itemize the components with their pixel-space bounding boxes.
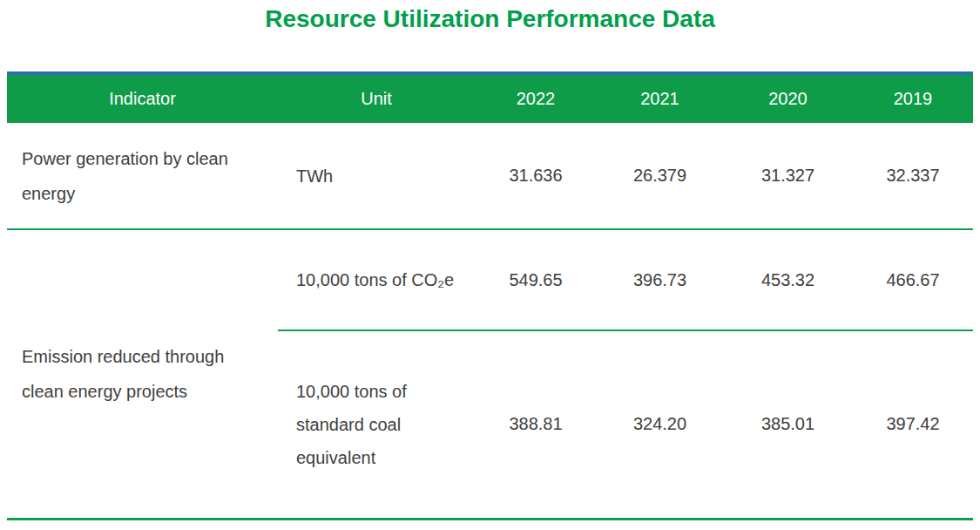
unit-cell: 10,000 tons of standard coal equivalent xyxy=(278,330,475,519)
value-cell-2022: 388.81 xyxy=(475,330,597,519)
column-header-2020: 2020 xyxy=(723,73,853,123)
value-cell-2019: 466.67 xyxy=(853,229,973,330)
unit-cell: 10,000 tons of CO₂e xyxy=(278,229,475,330)
table-row-power-generation: Power generation by clean energy TWh 31.… xyxy=(7,123,973,229)
value-cell-2021: 396.73 xyxy=(597,229,723,330)
column-header-2021: 2021 xyxy=(597,73,723,123)
column-header-2022: 2022 xyxy=(475,73,597,123)
value-cell-2022: 549.65 xyxy=(475,229,597,330)
value-cell-2020: 31.327 xyxy=(723,123,853,229)
column-header-unit: Unit xyxy=(278,73,475,123)
indicator-cell: Power generation by clean energy xyxy=(7,123,278,229)
value-cell-2020: 453.32 xyxy=(723,229,853,330)
header-row: Indicator Unit 2022 2021 2020 2019 xyxy=(7,73,973,123)
value-cell-2022: 31.636 xyxy=(475,123,597,229)
column-header-indicator: Indicator xyxy=(7,73,278,123)
value-cell-2020: 385.01 xyxy=(723,330,853,519)
page-title: Resource Utilization Performance Data xyxy=(0,0,980,33)
table-row-emission-co2e: Emission reduced through clean energy pr… xyxy=(7,229,973,330)
column-header-2019: 2019 xyxy=(853,73,973,123)
value-cell-2021: 26.379 xyxy=(597,123,723,229)
value-cell-2019: 397.42 xyxy=(853,330,973,519)
unit-cell: TWh xyxy=(278,123,475,229)
value-cell-2019: 32.337 xyxy=(853,123,973,229)
performance-table: Indicator Unit 2022 2021 2020 2019 Power… xyxy=(7,71,973,520)
indicator-cell-merged: Emission reduced through clean energy pr… xyxy=(7,229,278,519)
value-cell-2021: 324.20 xyxy=(597,330,723,519)
